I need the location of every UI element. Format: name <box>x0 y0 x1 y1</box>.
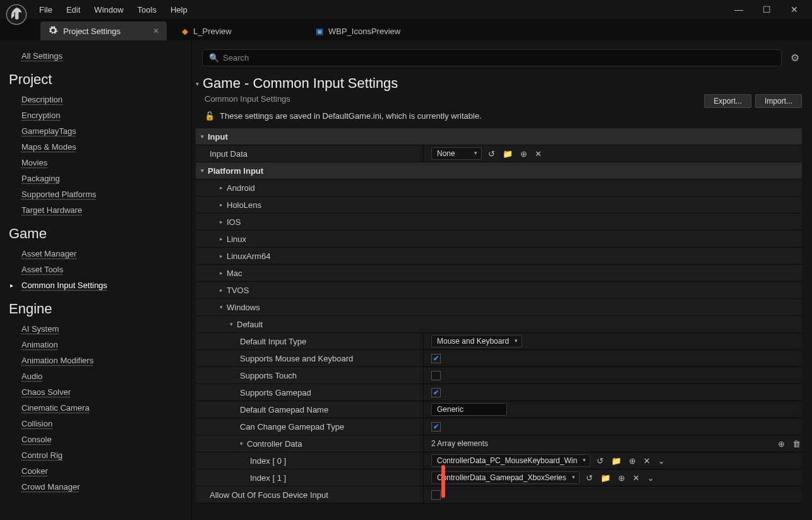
unreal-logo <box>5 3 28 26</box>
chevron-down-icon[interactable]: ⌄ <box>657 456 666 466</box>
row-supports-mk: Supports Mouse and Keyboard <box>240 354 353 363</box>
clear-icon[interactable]: ✕ <box>642 456 652 466</box>
add-icon[interactable]: ⊕ <box>617 473 626 483</box>
menu-edit[interactable]: Edit <box>60 3 87 17</box>
row-allow-out-of-focus: Allow Out Of Focus Device Input <box>210 490 328 500</box>
import-button[interactable]: Import... <box>755 94 802 108</box>
row-supports-touch: Supports Touch <box>240 371 297 380</box>
array-add-icon[interactable]: ⊕ <box>777 439 786 449</box>
close-button[interactable]: ✕ <box>785 4 803 15</box>
property-table[interactable]: ▾Input Input Data None ↺ 📁 ⊕ ✕ ▾Platform… <box>192 128 812 520</box>
sidebar-encryption[interactable]: Encryption <box>9 107 182 123</box>
section-platform-input[interactable]: Platform Input <box>208 166 263 176</box>
search-placeholder: Search <box>223 53 249 63</box>
row-android[interactable]: Android <box>227 183 255 193</box>
tab-label: Project Settings <box>63 27 121 36</box>
supports-gamepad-checkbox[interactable] <box>431 388 441 397</box>
tab-label: L_Preview <box>193 27 232 36</box>
sidebar-animation-modifiers[interactable]: Animation Modifiers <box>9 353 182 368</box>
page-title: Game - Common Input Settings <box>196 75 398 92</box>
row-controller-data[interactable]: Controller Data <box>247 439 302 449</box>
sidebar-packaging[interactable]: Packaging <box>9 171 182 186</box>
sidebar-console[interactable]: Console <box>9 432 182 447</box>
array-trash-icon[interactable]: 🗑 <box>791 439 802 449</box>
default-input-type-dropdown[interactable]: Mouse and Keyboard <box>431 335 522 348</box>
sidebar-control-rig[interactable]: Control Rig <box>9 447 182 463</box>
sidebar-animation[interactable]: Animation <box>9 337 182 353</box>
reset-icon[interactable]: ↺ <box>595 456 605 466</box>
row-can-change-gamepad: Can Change Gamepad Type <box>240 422 344 432</box>
sidebar-crowd-manager[interactable]: Crowd Manager <box>9 479 182 495</box>
browse-icon[interactable]: 📁 <box>610 456 623 466</box>
sidebar-chaos-solver[interactable]: Chaos Solver <box>9 384 182 400</box>
add-icon[interactable]: ⊕ <box>519 149 528 159</box>
row-mac[interactable]: Mac <box>227 269 242 278</box>
sidebar-cinematic-camera[interactable]: Cinematic Camera <box>9 400 182 416</box>
search-icon: 🔍 <box>209 53 219 63</box>
section-input[interactable]: Input <box>208 132 228 142</box>
browse-icon[interactable]: 📁 <box>599 473 612 483</box>
sidebar-ai-system[interactable]: AI System <box>9 321 182 337</box>
menu-help[interactable]: Help <box>164 3 194 17</box>
sidebar-common-input-settings[interactable]: Common Input Settings <box>9 277 182 293</box>
maximize-button[interactable]: ☐ <box>758 4 775 15</box>
row-linux[interactable]: Linux <box>227 234 246 244</box>
index0-dropdown[interactable]: ControllerData_PC_MouseKeyboard_Win <box>431 454 590 467</box>
all-settings-link[interactable]: All Settings <box>9 48 182 64</box>
sidebar-asset-tools[interactable]: Asset Tools <box>9 262 182 277</box>
tab-l-preview[interactable]: ◆ L_Preview <box>174 21 301 40</box>
menu-window[interactable]: Window <box>88 3 129 17</box>
sidebar-asset-manager[interactable]: Asset Manager <box>9 246 182 262</box>
export-button[interactable]: Export... <box>704 94 751 108</box>
window-controls: — ☐ ✕ <box>730 4 808 15</box>
tab-wbp-icons[interactable]: ▣ WBP_IconsPreview <box>308 21 434 40</box>
row-windows[interactable]: Windows <box>227 303 260 312</box>
minimize-button[interactable]: — <box>730 4 748 15</box>
tab-bar: Project Settings ✕ ◆ L_Preview ▣ WBP_Ico… <box>0 19 812 40</box>
clear-icon[interactable]: ✕ <box>534 149 543 159</box>
sidebar-maps-modes[interactable]: Maps & Modes <box>9 139 182 155</box>
widget-icon: ▣ <box>316 27 323 36</box>
allow-out-of-focus-checkbox[interactable] <box>431 490 441 500</box>
supports-mk-checkbox[interactable] <box>431 354 441 363</box>
clear-icon[interactable]: ✕ <box>631 473 641 483</box>
row-hololens[interactable]: HoloLens <box>227 200 261 210</box>
sidebar-gameplaytags[interactable]: GameplayTags <box>9 123 182 139</box>
supports-touch-checkbox[interactable] <box>431 371 441 380</box>
input-data-dropdown[interactable]: None <box>431 147 482 160</box>
browse-icon[interactable]: 📁 <box>501 149 514 159</box>
sidebar-description[interactable]: Description <box>9 92 182 107</box>
index1-dropdown[interactable]: ControllerData_Gamepad_XboxSeries <box>431 471 580 484</box>
default-gamepad-name-input[interactable] <box>431 403 507 416</box>
gear-icon <box>48 25 58 37</box>
can-change-gamepad-checkbox[interactable] <box>431 422 441 432</box>
reset-icon[interactable]: ↺ <box>585 473 594 483</box>
sidebar-cooker[interactable]: Cooker <box>9 463 182 479</box>
sidebar-target-hardware[interactable]: Target Hardware <box>9 202 182 218</box>
tab-project-settings[interactable]: Project Settings ✕ <box>40 21 167 40</box>
sidebar-supported-platforms[interactable]: Supported Platforms <box>9 186 182 202</box>
saved-text: These settings are saved in DefaultGame.… <box>220 111 482 121</box>
sidebar-audio[interactable]: Audio <box>9 368 182 384</box>
chevron-down-icon[interactable]: ⌄ <box>646 473 655 483</box>
unlock-icon: 🔓 <box>205 111 215 121</box>
menu-file[interactable]: File <box>33 3 59 17</box>
search-input[interactable]: 🔍 Search <box>202 49 782 66</box>
close-icon[interactable]: ✕ <box>153 27 159 35</box>
content-panel: 🔍 Search ⚙ Game - Common Input Settings … <box>192 40 812 520</box>
add-icon[interactable]: ⊕ <box>628 456 637 466</box>
row-linuxarm64[interactable]: LinuxArm64 <box>227 251 270 261</box>
row-index-0: Index [ 0 ] <box>250 456 286 466</box>
menu-tools[interactable]: Tools <box>131 3 163 17</box>
row-ios[interactable]: IOS <box>227 217 241 227</box>
page-subtitle: Common Input Settings <box>192 93 301 109</box>
settings-sidebar[interactable]: All Settings Project Description Encrypt… <box>0 40 192 520</box>
game-heading: Game <box>9 218 182 246</box>
settings-gear-icon[interactable]: ⚙ <box>788 52 802 64</box>
row-tvos[interactable]: TVOS <box>227 286 249 295</box>
sidebar-movies[interactable]: Movies <box>9 155 182 171</box>
sidebar-collision[interactable]: Collision <box>9 416 182 432</box>
reset-icon[interactable]: ↺ <box>487 149 496 159</box>
row-default[interactable]: Default <box>237 320 263 329</box>
main-menu: File Edit Window Tools Help <box>33 3 194 17</box>
